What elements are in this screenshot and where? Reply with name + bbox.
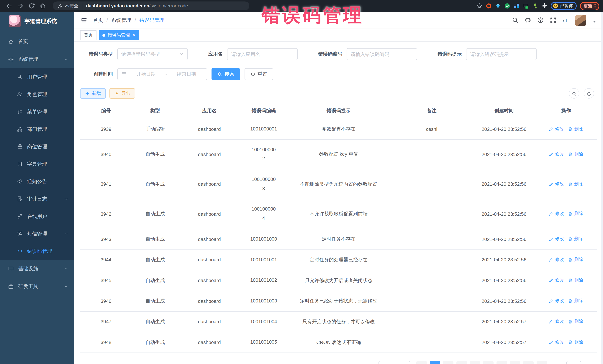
extension-green-key-icon[interactable] bbox=[532, 3, 538, 9]
delete-link[interactable]: 删除 bbox=[568, 151, 583, 157]
table-row-3945: 3945自动生成dashboard1001001002只允许修改为开启或者关闭状… bbox=[80, 270, 597, 291]
delete-link[interactable]: 删除 bbox=[568, 211, 583, 217]
edit-link[interactable]: 修改 bbox=[549, 181, 564, 187]
edit-link[interactable]: 修改 bbox=[549, 277, 564, 284]
edit-link[interactable]: 修改 bbox=[549, 151, 564, 157]
page-button-4[interactable]: 4 bbox=[470, 361, 480, 364]
app-name-input[interactable] bbox=[231, 51, 293, 57]
sidebar-item-menu[interactable]: 菜单管理 bbox=[0, 103, 74, 121]
sidebar-item-system[interactable]: 系统管理 bbox=[0, 50, 74, 68]
page-button-2[interactable]: 2 bbox=[443, 361, 453, 364]
delete-link[interactable]: 删除 bbox=[568, 181, 583, 187]
edit-link[interactable]: 修改 bbox=[549, 298, 564, 304]
sidebar-item-sms[interactable]: 短信管理 bbox=[0, 225, 74, 243]
delete-link[interactable]: 删除 bbox=[568, 126, 583, 132]
sidebar-item-post[interactable]: 岗位管理 bbox=[0, 138, 74, 155]
edit-link[interactable]: 修改 bbox=[549, 211, 564, 217]
close-tab-icon[interactable]: ✕ bbox=[132, 33, 135, 37]
page-button-1[interactable]: 1 bbox=[430, 361, 440, 364]
export-button[interactable]: 导出 bbox=[109, 88, 135, 99]
cell-actions: 修改删除 bbox=[535, 139, 597, 169]
cell-actions: 修改删除 bbox=[535, 119, 597, 139]
address-bar[interactable]: 不安全 dashboard.yudao.iocoder.cn /system/e… bbox=[53, 1, 249, 10]
add-button[interactable]: 新增 bbox=[80, 88, 106, 99]
prev-page-button[interactable] bbox=[416, 361, 427, 364]
github-icon[interactable] bbox=[525, 17, 531, 23]
sidebar-item-devtools[interactable]: 研发工具 bbox=[0, 278, 74, 295]
delete-link[interactable]: 删除 bbox=[568, 298, 583, 304]
reset-button[interactable]: 重置 bbox=[244, 68, 273, 80]
browser-back-icon[interactable] bbox=[6, 3, 13, 9]
tab-error-code[interactable]: 错误码管理 ✕ bbox=[99, 30, 139, 40]
help-icon[interactable] bbox=[537, 17, 544, 23]
delete-link[interactable]: 删除 bbox=[568, 318, 583, 325]
date-range-picker[interactable]: 开始日期 - 结束日期 bbox=[117, 68, 207, 80]
edit-link[interactable]: 修改 bbox=[549, 126, 564, 132]
chevron-down-icon bbox=[64, 266, 68, 271]
app-logo-row[interactable]: 芋道管理系统 bbox=[0, 12, 74, 30]
browser-forward-icon[interactable] bbox=[17, 3, 24, 9]
cell-id: 3946 bbox=[80, 291, 132, 311]
cell-type: 自动生成 bbox=[132, 311, 178, 332]
header-search-icon[interactable] bbox=[512, 17, 518, 23]
sidebar-item-dict[interactable]: 字典管理 bbox=[0, 155, 74, 173]
browser-menu-dots-icon[interactable] bbox=[594, 3, 596, 8]
cell-app: dashboard bbox=[178, 139, 240, 169]
edit-link[interactable]: 修改 bbox=[549, 339, 564, 345]
breadcrumb-current: 错误码管理 bbox=[139, 17, 164, 23]
font-size-icon[interactable]: tT bbox=[563, 17, 569, 23]
delete-link[interactable]: 删除 bbox=[568, 339, 583, 345]
goto-page-input[interactable] bbox=[566, 361, 581, 364]
collapse-sidebar-icon[interactable] bbox=[81, 17, 87, 23]
browser-reload-icon[interactable] bbox=[28, 3, 35, 9]
error-code-input[interactable] bbox=[351, 51, 413, 57]
sidebar-item-dept[interactable]: 部门管理 bbox=[0, 121, 74, 138]
toggle-search-button[interactable] bbox=[569, 88, 579, 99]
browser-home-icon[interactable] bbox=[39, 3, 46, 9]
error-message-input[interactable] bbox=[470, 51, 533, 57]
sidebar-item-home[interactable]: 首页 bbox=[0, 33, 74, 50]
page-button-3[interactable]: 3 bbox=[456, 361, 467, 364]
filter-app-name: 应用名 bbox=[208, 48, 298, 60]
extension-list-on-icon[interactable]: on bbox=[523, 3, 529, 9]
breadcrumb-system[interactable]: 系统管理 bbox=[111, 17, 131, 23]
extension-orange-ring-icon[interactable] bbox=[486, 3, 491, 9]
browser-update-button[interactable]: 更新 bbox=[580, 2, 599, 10]
refresh-table-button[interactable] bbox=[584, 88, 594, 99]
sidebar-item-notice[interactable]: 通知公告 bbox=[0, 173, 74, 190]
next-page-button[interactable] bbox=[537, 361, 547, 364]
page-button-8[interactable]: 8 bbox=[523, 361, 533, 364]
delete-link[interactable]: 删除 bbox=[568, 236, 583, 242]
delete-link[interactable]: 删除 bbox=[568, 277, 583, 284]
sidebar-item-role[interactable]: 角色管理 bbox=[0, 86, 74, 103]
sidebar-item-errorcode[interactable]: 错误码管理 bbox=[0, 243, 74, 260]
error-type-select[interactable]: 请选择错误码类型 bbox=[117, 48, 188, 60]
scrollbar[interactable] bbox=[601, 12, 603, 364]
edit-link[interactable]: 修改 bbox=[549, 236, 564, 242]
extension-blue-gem-icon[interactable] bbox=[495, 3, 501, 9]
edit-link[interactable]: 修改 bbox=[549, 256, 564, 263]
delete-link[interactable]: 删除 bbox=[568, 256, 583, 263]
svg-text:on: on bbox=[526, 7, 528, 9]
tab-home[interactable]: 首页 bbox=[80, 30, 96, 40]
bookmark-star-icon[interactable] bbox=[476, 3, 482, 9]
search-button[interactable]: 搜索 bbox=[211, 68, 240, 80]
avatar-caret-down-icon[interactable] bbox=[593, 18, 596, 22]
cell-created: 2021-04-20 23:52:56 bbox=[473, 199, 535, 229]
fullscreen-icon[interactable] bbox=[550, 17, 556, 23]
sidebar-item-user[interactable]: 用户管理 bbox=[0, 68, 74, 86]
page-size-select[interactable]: 10条/页 bbox=[378, 361, 410, 364]
user-avatar[interactable] bbox=[575, 15, 586, 26]
more-pages-button[interactable]: ··· bbox=[510, 361, 520, 364]
edit-link[interactable]: 修改 bbox=[549, 318, 564, 325]
breadcrumb-home[interactable]: 首页 bbox=[93, 17, 103, 23]
extension-green-check-icon[interactable] bbox=[504, 3, 510, 9]
sidebar-item-audit[interactable]: 审计日志 bbox=[0, 190, 74, 208]
extension-paused-pill[interactable]: 已暂停 bbox=[550, 2, 577, 10]
extension-blue-grid-icon[interactable] bbox=[513, 3, 519, 9]
browser-extensions-puzzle-icon[interactable] bbox=[541, 3, 547, 9]
sidebar-item-online[interactable]: 在线用户 bbox=[0, 208, 74, 225]
page-button-6[interactable]: 6 bbox=[497, 361, 507, 364]
sidebar-item-infra[interactable]: 基础设施 bbox=[0, 260, 74, 278]
page-button-5[interactable]: 5 bbox=[483, 361, 494, 364]
